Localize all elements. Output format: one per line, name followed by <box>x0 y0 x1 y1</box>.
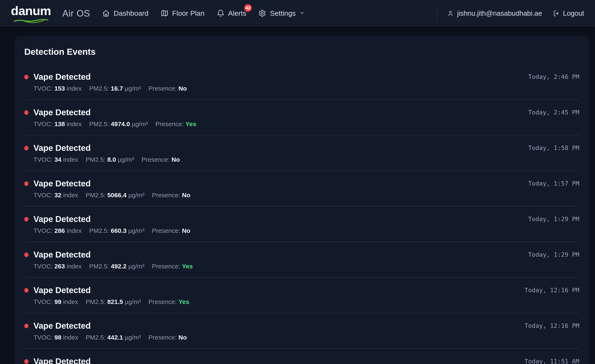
product-name: Air OS <box>62 8 90 19</box>
map-icon <box>161 9 168 17</box>
detection-event-row: Vape Detected Today, 2:46 PM TVOC: 153 i… <box>24 64 579 99</box>
nav-divider <box>437 7 437 20</box>
nav-item-label: Settings <box>270 9 296 17</box>
alert-dot-icon <box>24 288 28 293</box>
alert-dot-icon <box>24 252 28 257</box>
event-title: Vape Detected <box>34 178 91 189</box>
tvoc-reading: TVOC: 32 index <box>34 191 78 199</box>
alert-dot-icon <box>24 324 28 328</box>
pm25-reading: PM2.5: 16.7 µg/m³ <box>89 85 141 92</box>
nav-item-label: Dashboard <box>113 9 148 17</box>
page-title: Detection Events <box>24 47 579 57</box>
logout-label: Logout <box>563 9 584 17</box>
event-meta: TVOC: 98 index PM2.5: 442.1 µg/m³ Presen… <box>34 334 579 341</box>
alert-dot-icon <box>24 146 28 150</box>
event-title: Vape Detected <box>34 143 91 153</box>
brand-swoosh-icon <box>13 18 49 23</box>
pm25-reading: PM2.5: 5066.4 µg/m³ <box>85 191 144 199</box>
alert-dot-icon <box>24 110 28 115</box>
event-timestamp: Today, 11:51 AM <box>524 356 579 364</box>
detection-event-row: Vape Detected Today, 1:29 PM TVOC: 286 i… <box>24 206 579 242</box>
event-meta: TVOC: 99 index PM2.5: 821.5 µg/m³ Presen… <box>34 298 579 306</box>
pm25-reading: PM2.5: 8.0 µg/m³ <box>85 156 134 163</box>
tvoc-reading: TVOC: 263 index <box>34 263 82 270</box>
presence-reading: Presence: No <box>149 85 187 92</box>
nav-item-dashboard[interactable]: Dashboard <box>102 9 148 17</box>
event-timestamp: Today, 2:46 PM <box>528 72 579 82</box>
tvoc-reading: TVOC: 286 index <box>34 227 82 235</box>
alert-dot-icon <box>24 359 28 364</box>
presence-reading: Presence: Yes <box>149 298 189 306</box>
presence-reading: Presence: No <box>152 191 190 199</box>
alert-dot-icon <box>24 217 28 222</box>
nav-item-label: Alerts 42 <box>228 9 247 17</box>
event-meta: TVOC: 263 index PM2.5: 492.2 µg/m³ Prese… <box>34 263 579 270</box>
nav-item-settings[interactable]: Settings <box>258 9 305 17</box>
pm25-reading: PM2.5: 442.1 µg/m³ <box>85 334 141 341</box>
pm25-reading: PM2.5: 821.5 µg/m³ <box>85 298 141 306</box>
detection-event-row: Vape Detected Today, 11:51 AM TVOC: inde… <box>24 348 579 364</box>
main-content: Detection Events Vape Detected Today, 2:… <box>0 27 595 364</box>
event-timestamp: Today, 2:45 PM <box>528 107 579 117</box>
detection-event-row: Vape Detected Today, 1:58 PM TVOC: 34 in… <box>24 135 579 170</box>
pm25-reading: PM2.5: 4974.0 µg/m³ <box>89 120 148 128</box>
alerts-count-badge: 42 <box>244 4 252 12</box>
event-timestamp: Today, 1:29 PM <box>528 214 579 224</box>
detection-event-row: Vape Detected Today, 2:45 PM TVOC: 138 i… <box>24 99 579 135</box>
event-meta: TVOC: 286 index PM2.5: 660.3 µg/m³ Prese… <box>34 227 579 235</box>
event-title: Vape Detected <box>34 356 91 364</box>
home-icon <box>102 9 110 17</box>
alert-dot-icon <box>24 181 28 186</box>
chevron-down-icon <box>299 9 305 17</box>
brand-wordmark: danum <box>11 5 51 17</box>
event-title: Vape Detected <box>34 250 91 260</box>
top-nav: danum Air OS Dashboard Floor Plan Alerts <box>0 0 595 27</box>
pm25-reading: PM2.5: 660.3 µg/m³ <box>89 227 144 235</box>
nav-item-alerts[interactable]: Alerts 42 <box>217 9 247 17</box>
detection-event-row: Vape Detected Today, 1:29 PM TVOC: 263 i… <box>24 242 579 277</box>
presence-reading: Presence: Yes <box>152 263 193 270</box>
event-meta: TVOC: 138 index PM2.5: 4974.0 µg/m³ Pres… <box>34 120 579 128</box>
gear-icon <box>258 9 266 17</box>
event-timestamp: Today, 1:58 PM <box>528 143 579 153</box>
event-title: Vape Detected <box>34 72 91 82</box>
event-timestamp: Today, 1:57 PM <box>528 178 579 189</box>
alert-dot-icon <box>24 75 28 79</box>
account-info: jishnu.jith@nasabudhabi.ae <box>447 9 542 17</box>
pm25-reading: PM2.5: 492.2 µg/m³ <box>89 263 144 270</box>
logout-icon <box>553 10 560 17</box>
event-meta: TVOC: 153 index PM2.5: 16.7 µg/m³ Presen… <box>34 85 579 92</box>
event-meta: TVOC: 32 index PM2.5: 5066.4 µg/m³ Prese… <box>34 191 579 199</box>
detection-event-row: Vape Detected Today, 12:16 PM TVOC: 98 i… <box>24 313 579 348</box>
account-email: jishnu.jith@nasabudhabi.ae <box>457 9 542 17</box>
event-title: Vape Detected <box>34 321 91 331</box>
presence-reading: Presence: No <box>149 334 187 341</box>
tvoc-reading: TVOC: 153 index <box>34 85 82 92</box>
presence-reading: Presence: No <box>152 227 190 235</box>
detection-events-list: Vape Detected Today, 2:46 PM TVOC: 153 i… <box>24 64 579 364</box>
presence-reading: Presence: Yes <box>156 120 196 128</box>
tvoc-reading: TVOC: 98 index <box>34 334 78 341</box>
tvoc-reading: TVOC: 34 index <box>34 156 78 163</box>
event-timestamp: Today, 12:16 PM <box>524 285 579 295</box>
event-meta: TVOC: 34 index PM2.5: 8.0 µg/m³ Presence… <box>34 156 579 163</box>
event-title: Vape Detected <box>34 285 91 295</box>
logout-button[interactable]: Logout <box>553 9 584 17</box>
event-timestamp: Today, 1:29 PM <box>528 250 579 260</box>
detection-event-row: Vape Detected Today, 12:16 PM TVOC: 99 i… <box>24 277 579 313</box>
detection-event-row: Vape Detected Today, 1:57 PM TVOC: 32 in… <box>24 170 579 206</box>
danum-logo[interactable]: danum Air OS <box>11 4 90 23</box>
nav-item-floor-plan[interactable]: Floor Plan <box>161 9 205 17</box>
nav-item-label: Floor Plan <box>172 9 205 17</box>
bell-icon <box>217 9 225 17</box>
event-title: Vape Detected <box>34 214 91 224</box>
presence-reading: Presence: No <box>142 156 180 163</box>
user-icon <box>447 10 454 16</box>
tvoc-reading: TVOC: 138 index <box>34 120 82 128</box>
detection-events-card: Detection Events Vape Detected Today, 2:… <box>15 36 589 364</box>
tvoc-reading: TVOC: 99 index <box>34 298 78 306</box>
event-title: Vape Detected <box>34 107 91 117</box>
event-timestamp: Today, 12:16 PM <box>524 321 579 331</box>
